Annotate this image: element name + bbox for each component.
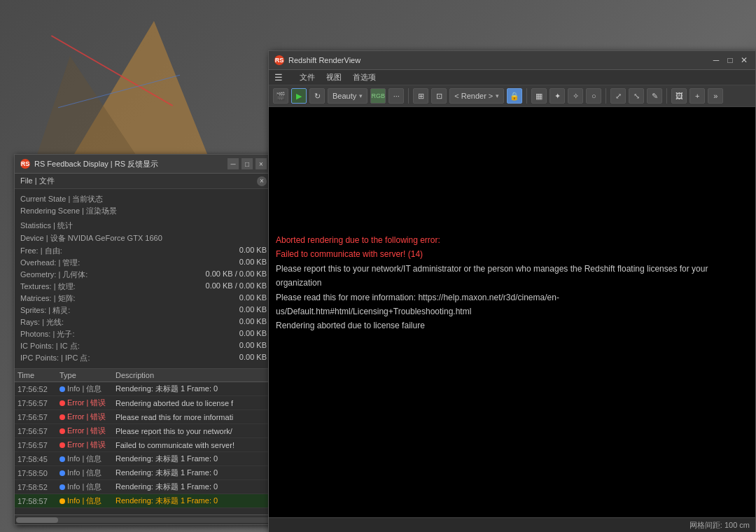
stat-label: Textures: | 纹理: xyxy=(20,281,76,292)
stat-value: 0.00 KB / 0.00 KB xyxy=(206,281,267,292)
stat-label: IPC Points: | IPC 点: xyxy=(20,353,90,363)
rv-render-dropdown[interactable]: < Render > ▾ xyxy=(449,88,504,104)
log-type-text: Info | 信息 xyxy=(67,496,102,506)
log-time: 17:58:52 xyxy=(18,483,59,491)
stat-row: Free: | 自由:0.00 KB xyxy=(20,245,267,257)
feedback-scrollbar[interactable] xyxy=(15,514,272,524)
log-row: 17:58:45 Info | 信息 Rendering: 未标题 1 Fram… xyxy=(15,452,272,466)
rv-grid-btn[interactable]: ⊞ xyxy=(413,88,428,104)
feedback-minimize-btn[interactable]: ─ xyxy=(227,158,239,169)
log-type-dot xyxy=(59,400,65,406)
log-type-text: Error | 错误 xyxy=(67,412,106,422)
statistics-header-row: Statistics | 统计 xyxy=(20,220,267,232)
rv-menu-view[interactable]: 视图 xyxy=(326,72,342,83)
renderview-statusbar: 网格间距: 100 cm xyxy=(269,517,755,532)
rv-menu-file[interactable]: 文件 xyxy=(300,72,315,83)
rv-hamburger-icon[interactable]: ☰ xyxy=(274,72,283,83)
log-desc-text: Rendering: 未标题 1 Frame: 0 xyxy=(115,482,270,492)
log-row: 17:58:57 Info | 信息 Rendering: 未标题 1 Fram… xyxy=(15,494,272,508)
log-type-dot xyxy=(59,428,65,434)
log-type-dot xyxy=(59,442,65,448)
error-line: Please report this to your network/IT ad… xyxy=(276,262,748,290)
device-info: Device | 设备 NVIDIA GeForce GTX 1660 xyxy=(20,232,267,245)
rv-expand2-btn[interactable]: ⤡ xyxy=(629,88,644,104)
rv-more-btn[interactable]: » xyxy=(708,88,723,104)
log-type-text: Info | 信息 xyxy=(67,482,102,492)
rv-expand1-btn[interactable]: ⤢ xyxy=(610,88,626,104)
log-type-cell: Info | 信息 xyxy=(59,454,115,464)
rs-feedback-icon: RS xyxy=(20,159,30,169)
rv-restore-btn[interactable]: □ xyxy=(724,55,736,66)
rv-rgb-btn[interactable]: RGB xyxy=(370,88,386,104)
log-type-text: Error | 错误 xyxy=(67,426,106,436)
stat-row: IPC Points: | IPC 点:0.00 KB xyxy=(20,352,267,364)
log-time: 17:56:57 xyxy=(18,441,59,449)
rv-close-btn[interactable]: ✕ xyxy=(738,55,750,66)
log-type-dot xyxy=(59,386,65,392)
log-type-text: Info | 信息 xyxy=(67,468,102,478)
log-table-header: Time Type Description xyxy=(15,369,272,382)
stat-row: Matrices: | 矩阵:0.00 KB xyxy=(20,293,267,304)
stat-label: IC Points: | IC 点: xyxy=(20,341,80,351)
scrollbar-track[interactable] xyxy=(16,517,271,523)
bg-triangle2-decoration xyxy=(35,56,140,161)
log-table-body: 17:56:52 Info | 信息 Rendering: 未标题 1 Fram… xyxy=(15,382,272,514)
log-row: 17:56:57 Error | 错误 Please report this t… xyxy=(15,424,272,438)
feedback-x-btn[interactable]: × xyxy=(257,176,267,186)
log-desc-text: Rendering aborted due to license f xyxy=(115,399,270,407)
rv-star2-btn[interactable]: ✧ xyxy=(568,88,583,104)
current-state-label: Current State | 当前状态 xyxy=(20,194,103,204)
rv-menu-prefs[interactable]: 首选项 xyxy=(353,72,376,83)
log-row: 17:56:52 Info | 信息 Rendering: 未标题 1 Fram… xyxy=(15,382,272,396)
feedback-display-window: RS RS Feedback Display | RS 反馈显示 ─ □ × F… xyxy=(14,154,273,525)
log-type-cell: Info | 信息 xyxy=(59,384,115,394)
stat-value: 0.00 KB xyxy=(239,305,267,316)
feedback-restore-btn[interactable]: □ xyxy=(241,158,253,169)
rv-play-btn[interactable]: ▶ xyxy=(291,88,307,104)
rv-star1-btn[interactable]: ✦ xyxy=(550,88,565,104)
rendering-scene-row: Rendering Scene | 渲染场景 xyxy=(20,205,267,217)
log-desc-text: Rendering: 未标题 1 Frame: 0 xyxy=(115,454,270,464)
rv-dots-btn[interactable]: ··· xyxy=(388,88,404,104)
rv-sep2 xyxy=(526,88,527,104)
renderview-menubar: ☰ 文件 视图 首选项 xyxy=(269,70,755,85)
stat-label: Matrices: | 矩阵: xyxy=(20,293,76,304)
rv-minimize-btn[interactable]: ─ xyxy=(710,55,722,66)
stat-value: 0.00 KB / 0.00 KB xyxy=(206,270,267,280)
rv-plus-btn[interactable]: + xyxy=(690,88,705,104)
log-desc-text: Please report this to your network/ xyxy=(115,427,270,435)
rv-crop-btn[interactable]: ⊡ xyxy=(431,88,447,104)
stat-row: Overhead: | 管理:0.00 KB xyxy=(20,257,267,269)
log-type-text: Info | 信息 xyxy=(67,384,102,394)
log-type-dot xyxy=(59,498,65,504)
log-desc-text: Please read this for more informati xyxy=(115,413,270,421)
log-row: 17:56:57 Error | 错误 Please read this for… xyxy=(15,410,272,424)
rv-tiles-btn[interactable]: ▦ xyxy=(531,88,547,104)
rv-beauty-dropdown[interactable]: Beauty ▾ xyxy=(328,88,368,104)
log-time: 17:58:50 xyxy=(18,469,59,477)
scrollbar-thumb[interactable] xyxy=(16,517,58,523)
rv-lock-btn[interactable]: 🔒 xyxy=(507,88,522,104)
feedback-close-btn[interactable]: × xyxy=(255,158,267,169)
rv-scene-btn[interactable]: 🎬 xyxy=(273,88,288,104)
log-time: 17:56:52 xyxy=(18,385,59,393)
rv-sep3 xyxy=(606,88,606,104)
stat-row: Photons: | 光子:0.00 KB xyxy=(20,328,267,340)
log-type-dot xyxy=(59,484,65,490)
log-type-cell: Info | 信息 xyxy=(59,496,115,506)
log-desc-text: Rendering: 未标题 1 Frame: 0 xyxy=(115,496,270,506)
log-table-container: Time Type Description 17:56:52 Info | 信息… xyxy=(15,369,272,514)
log-type-cell: Info | 信息 xyxy=(59,482,115,492)
stat-label: Sprites: | 精灵: xyxy=(20,305,70,316)
feedback-titlebar-controls: ─ □ × xyxy=(227,158,267,169)
stat-value: 0.00 KB xyxy=(239,353,267,363)
rv-image-btn[interactable]: 🖼 xyxy=(671,88,687,104)
stat-value: 0.00 KB xyxy=(239,341,267,351)
feedback-menu-file[interactable]: File | 文件 xyxy=(20,176,55,186)
log-type-dot xyxy=(59,414,65,420)
rv-edit-btn[interactable]: ✎ xyxy=(647,88,662,104)
rv-circle-btn[interactable]: ○ xyxy=(586,88,601,104)
log-header-time: Time xyxy=(18,371,59,379)
log-type-text: Error | 错误 xyxy=(67,440,106,450)
rv-refresh-btn[interactable]: ↻ xyxy=(309,88,325,104)
